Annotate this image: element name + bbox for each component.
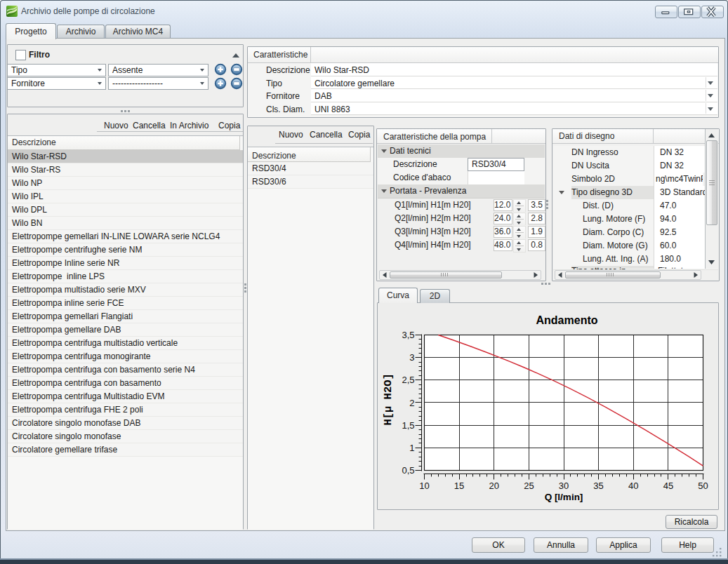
svg-text:1: 1: [409, 443, 414, 453]
svg-text:50: 50: [698, 481, 708, 491]
svg-text:45: 45: [663, 481, 673, 491]
svg-text:2,5: 2,5: [402, 375, 414, 385]
svg-text:3: 3: [409, 352, 414, 363]
svg-text:30: 30: [559, 481, 569, 491]
svg-text:35: 35: [593, 481, 603, 491]
svg-text:3,5: 3,5: [402, 330, 414, 340]
svg-text:25: 25: [524, 481, 534, 491]
svg-text:H[µ H2O]: H[µ H2O]: [382, 373, 395, 425]
svg-text:15: 15: [454, 481, 464, 491]
svg-text:0,5: 0,5: [402, 465, 414, 476]
svg-text:Q [l/min]: Q [l/min]: [545, 492, 583, 502]
svg-text:1,5: 1,5: [402, 420, 414, 431]
svg-text:2: 2: [409, 398, 414, 408]
svg-text:Andamento: Andamento: [536, 314, 598, 326]
svg-text:10: 10: [419, 481, 429, 491]
svg-text:20: 20: [489, 481, 499, 491]
svg-text:40: 40: [628, 481, 638, 491]
